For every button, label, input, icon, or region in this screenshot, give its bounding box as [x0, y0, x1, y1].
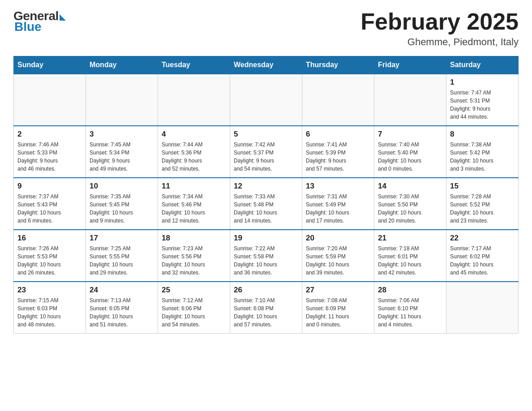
day-number: 12 — [234, 182, 298, 191]
header-tuesday: Tuesday — [158, 56, 230, 74]
calendar-week-5: 23Sunrise: 7:15 AMSunset: 6:03 PMDayligh… — [14, 282, 519, 334]
day-number: 27 — [306, 286, 370, 295]
day-number: 22 — [450, 234, 515, 243]
day-info: Sunrise: 7:45 AMSunset: 5:34 PMDaylight:… — [90, 141, 154, 173]
day-number: 10 — [90, 182, 154, 191]
day-number: 14 — [378, 182, 442, 191]
calendar-cell — [374, 74, 446, 126]
day-info: Sunrise: 7:31 AMSunset: 5:49 PMDaylight:… — [306, 193, 370, 225]
location-subtitle: Ghemme, Piedmont, Italy — [360, 36, 519, 48]
day-info: Sunrise: 7:10 AMSunset: 6:08 PMDaylight:… — [234, 296, 298, 329]
day-number: 4 — [162, 130, 226, 139]
day-info: Sunrise: 7:13 AMSunset: 6:05 PMDaylight:… — [90, 296, 154, 329]
calendar-cell: 12Sunrise: 7:33 AMSunset: 5:48 PMDayligh… — [230, 178, 302, 230]
day-info: Sunrise: 7:20 AMSunset: 5:59 PMDaylight:… — [306, 244, 370, 277]
header-friday: Friday — [374, 56, 446, 74]
day-number: 17 — [90, 234, 154, 243]
day-info: Sunrise: 7:23 AMSunset: 5:56 PMDaylight:… — [162, 244, 226, 277]
calendar-cell: 5Sunrise: 7:42 AMSunset: 5:37 PMDaylight… — [230, 126, 302, 178]
day-info: Sunrise: 7:44 AMSunset: 5:36 PMDaylight:… — [162, 141, 226, 173]
calendar-cell — [446, 282, 519, 334]
calendar-cell: 11Sunrise: 7:34 AMSunset: 5:46 PMDayligh… — [158, 178, 230, 230]
day-info: Sunrise: 7:42 AMSunset: 5:37 PMDaylight:… — [234, 141, 298, 173]
calendar-week-1: 1Sunrise: 7:47 AMSunset: 5:31 PMDaylight… — [14, 74, 519, 126]
day-number: 8 — [450, 130, 515, 139]
day-number: 2 — [17, 130, 82, 139]
day-info: Sunrise: 7:33 AMSunset: 5:48 PMDaylight:… — [234, 193, 298, 225]
day-number: 15 — [450, 182, 515, 191]
day-number: 21 — [378, 234, 442, 243]
calendar-cell: 27Sunrise: 7:08 AMSunset: 6:09 PMDayligh… — [302, 282, 374, 334]
day-info: Sunrise: 7:40 AMSunset: 5:40 PMDaylight:… — [378, 141, 442, 173]
day-info: Sunrise: 7:18 AMSunset: 6:01 PMDaylight:… — [378, 244, 442, 277]
calendar-cell — [302, 74, 374, 126]
header-saturday: Saturday — [446, 56, 519, 74]
calendar-cell: 20Sunrise: 7:20 AMSunset: 5:59 PMDayligh… — [302, 230, 374, 282]
day-number: 23 — [17, 286, 82, 295]
calendar-table: SundayMondayTuesdayWednesdayThursdayFrid… — [13, 56, 519, 334]
calendar-week-4: 16Sunrise: 7:26 AMSunset: 5:53 PMDayligh… — [14, 230, 519, 282]
day-info: Sunrise: 7:46 AMSunset: 5:33 PMDaylight:… — [17, 141, 82, 173]
day-number: 16 — [17, 234, 82, 243]
day-number: 6 — [306, 130, 370, 139]
calendar-header-row: SundayMondayTuesdayWednesdayThursdayFrid… — [14, 56, 519, 74]
calendar-cell: 14Sunrise: 7:30 AMSunset: 5:50 PMDayligh… — [374, 178, 446, 230]
header-sunday: Sunday — [14, 56, 86, 74]
calendar-cell: 3Sunrise: 7:45 AMSunset: 5:34 PMDaylight… — [86, 126, 158, 178]
day-number: 19 — [234, 234, 298, 243]
calendar-cell — [230, 74, 302, 126]
day-number: 1 — [450, 78, 515, 87]
month-title: February 2025 — [360, 9, 519, 34]
calendar-cell: 7Sunrise: 7:40 AMSunset: 5:40 PMDaylight… — [374, 126, 446, 178]
calendar-cell — [158, 74, 230, 126]
title-area: February 2025 Ghemme, Piedmont, Italy — [360, 9, 519, 48]
day-info: Sunrise: 7:37 AMSunset: 5:43 PMDaylight:… — [17, 193, 82, 225]
calendar-cell: 24Sunrise: 7:13 AMSunset: 6:05 PMDayligh… — [86, 282, 158, 334]
calendar-week-2: 2Sunrise: 7:46 AMSunset: 5:33 PMDaylight… — [14, 126, 519, 178]
day-info: Sunrise: 7:08 AMSunset: 6:09 PMDaylight:… — [306, 296, 370, 329]
day-info: Sunrise: 7:41 AMSunset: 5:39 PMDaylight:… — [306, 141, 370, 173]
calendar-cell — [14, 74, 86, 126]
calendar-cell: 4Sunrise: 7:44 AMSunset: 5:36 PMDaylight… — [158, 126, 230, 178]
day-info: Sunrise: 7:12 AMSunset: 6:06 PMDaylight:… — [162, 296, 226, 329]
calendar-cell: 13Sunrise: 7:31 AMSunset: 5:49 PMDayligh… — [302, 178, 374, 230]
calendar-cell: 16Sunrise: 7:26 AMSunset: 5:53 PMDayligh… — [14, 230, 86, 282]
calendar-cell: 26Sunrise: 7:10 AMSunset: 6:08 PMDayligh… — [230, 282, 302, 334]
day-info: Sunrise: 7:30 AMSunset: 5:50 PMDaylight:… — [378, 193, 442, 225]
calendar-cell: 15Sunrise: 7:28 AMSunset: 5:52 PMDayligh… — [446, 178, 519, 230]
calendar-cell: 28Sunrise: 7:06 AMSunset: 6:10 PMDayligh… — [374, 282, 446, 334]
calendar-cell: 9Sunrise: 7:37 AMSunset: 5:43 PMDaylight… — [14, 178, 86, 230]
day-info: Sunrise: 7:06 AMSunset: 6:10 PMDaylight:… — [378, 296, 442, 329]
page-header: General Blue February 2025 Ghemme, Piedm… — [13, 9, 519, 48]
day-number: 18 — [162, 234, 226, 243]
calendar-cell: 2Sunrise: 7:46 AMSunset: 5:33 PMDaylight… — [14, 126, 86, 178]
header-monday: Monday — [86, 56, 158, 74]
calendar-cell: 23Sunrise: 7:15 AMSunset: 6:03 PMDayligh… — [14, 282, 86, 334]
day-info: Sunrise: 7:47 AMSunset: 5:31 PMDaylight:… — [450, 89, 515, 121]
header-wednesday: Wednesday — [230, 56, 302, 74]
day-number: 11 — [162, 182, 226, 191]
day-info: Sunrise: 7:34 AMSunset: 5:46 PMDaylight:… — [162, 193, 226, 225]
calendar-cell: 19Sunrise: 7:22 AMSunset: 5:58 PMDayligh… — [230, 230, 302, 282]
day-number: 9 — [17, 182, 82, 191]
day-number: 25 — [162, 286, 226, 295]
day-number: 20 — [306, 234, 370, 243]
calendar-cell: 21Sunrise: 7:18 AMSunset: 6:01 PMDayligh… — [374, 230, 446, 282]
day-info: Sunrise: 7:26 AMSunset: 5:53 PMDaylight:… — [17, 244, 82, 277]
day-info: Sunrise: 7:28 AMSunset: 5:52 PMDaylight:… — [450, 193, 515, 225]
header-thursday: Thursday — [302, 56, 374, 74]
logo-triangle-icon — [60, 14, 66, 21]
day-info: Sunrise: 7:35 AMSunset: 5:45 PMDaylight:… — [90, 193, 154, 225]
day-number: 5 — [234, 130, 298, 139]
logo: General Blue — [13, 9, 66, 34]
calendar-cell: 17Sunrise: 7:25 AMSunset: 5:55 PMDayligh… — [86, 230, 158, 282]
day-number: 7 — [378, 130, 442, 139]
day-number: 26 — [234, 286, 298, 295]
day-info: Sunrise: 7:22 AMSunset: 5:58 PMDaylight:… — [234, 244, 298, 277]
day-info: Sunrise: 7:15 AMSunset: 6:03 PMDaylight:… — [17, 296, 82, 329]
calendar-cell: 25Sunrise: 7:12 AMSunset: 6:06 PMDayligh… — [158, 282, 230, 334]
calendar-cell: 10Sunrise: 7:35 AMSunset: 5:45 PMDayligh… — [86, 178, 158, 230]
day-number: 24 — [90, 286, 154, 295]
calendar-cell: 8Sunrise: 7:38 AMSunset: 5:42 PMDaylight… — [446, 126, 519, 178]
calendar-cell: 18Sunrise: 7:23 AMSunset: 5:56 PMDayligh… — [158, 230, 230, 282]
